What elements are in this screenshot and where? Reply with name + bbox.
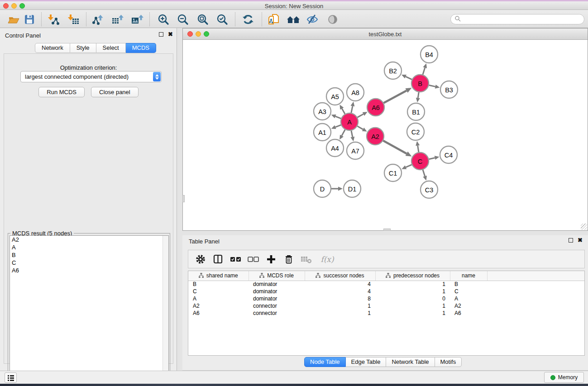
table-cell[interactable]: 4	[305, 288, 375, 295]
table-cell[interactable]: 4	[305, 281, 375, 288]
zoom-out-icon[interactable]	[176, 13, 190, 26]
zoom-fit-icon[interactable]	[196, 13, 210, 26]
select-all-icon[interactable]	[230, 253, 242, 265]
graph-edge[interactable]	[358, 114, 363, 117]
graph-edge[interactable]	[383, 141, 406, 154]
close-panel-icon[interactable]: ✖	[168, 32, 173, 37]
export-image-icon[interactable]	[130, 13, 144, 26]
result-item[interactable]: C	[10, 259, 168, 267]
table-cell[interactable]: 1	[305, 310, 375, 317]
graph-edge[interactable]	[357, 126, 363, 129]
birdseye-icon[interactable]	[326, 13, 339, 26]
open-session-icon[interactable]	[7, 13, 20, 26]
hide-labels-icon[interactable]	[306, 13, 319, 26]
graph-edge[interactable]	[423, 170, 425, 176]
network-hscroll-thumb[interactable]	[383, 229, 391, 231]
network-vscroll-thumb[interactable]	[182, 195, 185, 202]
unselect-all-icon[interactable]	[248, 253, 259, 265]
table-row[interactable]: Cdominator41C	[188, 288, 584, 295]
duplicate-network-icon[interactable]	[267, 13, 281, 26]
table-cell[interactable]: dominator	[249, 295, 305, 302]
graph-edge[interactable]	[342, 130, 345, 136]
graph-edge[interactable]	[423, 68, 425, 75]
criterion-dropdown[interactable]: largest connected component (directed)	[20, 71, 162, 82]
show-columns-icon[interactable]	[212, 253, 224, 265]
table-cell[interactable]: 1	[305, 302, 375, 310]
graph-edge[interactable]	[418, 92, 419, 98]
tab-motifs[interactable]: Motifs	[435, 357, 462, 367]
table-cell[interactable]: A	[188, 295, 249, 302]
graph-edge[interactable]	[406, 76, 412, 79]
memory-button[interactable]: Memory	[544, 372, 584, 383]
table-cell[interactable]: B	[450, 281, 487, 288]
network-titlebar[interactable]: testGlobe.txt	[183, 29, 588, 40]
float-panel-icon[interactable]	[159, 32, 163, 37]
table-cell[interactable]: 1	[375, 310, 450, 317]
search-input[interactable]	[461, 16, 574, 23]
save-session-icon[interactable]	[23, 13, 36, 26]
table-cell[interactable]: C	[450, 288, 487, 295]
delete-column-trash-icon[interactable]	[283, 253, 295, 265]
graph-edge[interactable]	[406, 165, 411, 167]
table-cell[interactable]: 1	[375, 302, 450, 310]
first-neighbors-icon[interactable]	[286, 13, 300, 26]
tab-style[interactable]: Style	[70, 43, 96, 53]
column-header[interactable]: name	[450, 271, 487, 281]
graph-edge[interactable]	[418, 146, 419, 152]
search-field[interactable]	[450, 14, 584, 24]
import-table-icon[interactable]	[67, 13, 80, 26]
table-row[interactable]: Adominator80A	[188, 295, 584, 302]
column-header[interactable]: MCDS role	[249, 271, 305, 281]
graph-edge[interactable]	[351, 106, 353, 113]
graph-edge[interactable]	[335, 116, 341, 119]
refresh-layout-icon[interactable]	[241, 13, 255, 26]
task-history-button[interactable]	[5, 372, 17, 383]
zoom-in-icon[interactable]	[157, 13, 170, 26]
result-scrollbar[interactable]	[163, 236, 168, 384]
table-cell[interactable]: A2	[188, 302, 249, 310]
table-cell[interactable]: connector	[249, 302, 305, 310]
graph-edge[interactable]	[429, 85, 435, 86]
table-cell[interactable]: 1	[375, 281, 450, 288]
result-item[interactable]: A	[10, 243, 168, 251]
table-cell[interactable]: dominator	[249, 288, 305, 295]
import-network-icon[interactable]	[47, 13, 60, 26]
export-table-icon[interactable]	[111, 13, 124, 26]
table-row[interactable]: A2connector11A2	[188, 302, 584, 310]
zoom-selected-icon[interactable]	[215, 13, 229, 26]
close-panel-button[interactable]: Close panel	[91, 87, 139, 97]
function-builder-icon[interactable]: f(x)	[318, 253, 336, 265]
mcds-result-list[interactable]: A2ABCA6	[10, 235, 169, 385]
table-cell[interactable]: 1	[375, 288, 450, 295]
table-row[interactable]: A6connector11A6	[188, 310, 584, 317]
table-cell[interactable]: A6	[188, 310, 249, 317]
table-cell[interactable]: A2	[450, 302, 487, 310]
table-row[interactable]: Bdominator41B	[188, 281, 584, 288]
graph-edge[interactable]	[335, 125, 341, 127]
tab-network-table[interactable]: Network Table	[386, 357, 435, 367]
run-mcds-button[interactable]: Run MCDS	[38, 87, 85, 97]
tab-mcds[interactable]: MCDS	[126, 43, 156, 53]
result-item[interactable]: B	[10, 251, 168, 259]
network-graph[interactable]: B4B2BB3A5A8A6A3AB1A1C2A2A4A7C4CC1C3DD1	[183, 40, 588, 230]
create-column-plus-icon[interactable]	[265, 253, 277, 265]
table-cell[interactable]: 8	[305, 295, 375, 302]
tab-select[interactable]: Select	[96, 43, 126, 53]
table-cell[interactable]: B	[188, 281, 249, 288]
table-cell[interactable]: C	[188, 288, 249, 295]
float-table-panel-icon[interactable]	[569, 238, 573, 243]
result-item[interactable]: A6	[10, 267, 168, 274]
resize-grip-icon[interactable]	[581, 224, 587, 230]
graph-edge[interactable]	[384, 91, 407, 103]
table-cell[interactable]: 0	[375, 295, 450, 302]
export-network-icon[interactable]	[91, 13, 105, 26]
table-settings-gear-icon[interactable]	[195, 253, 206, 265]
table-cell[interactable]: A6	[450, 310, 487, 317]
table-cell[interactable]: A	[450, 295, 487, 302]
tab-edge-table[interactable]: Edge Table	[346, 357, 387, 367]
result-item[interactable]: A2	[10, 236, 168, 243]
close-table-panel-icon[interactable]: ✖	[578, 238, 583, 243]
tab-node-table[interactable]: Node Table	[304, 357, 346, 367]
column-header[interactable]: shared name	[188, 271, 249, 281]
column-header[interactable]: successor nodes	[305, 271, 375, 281]
